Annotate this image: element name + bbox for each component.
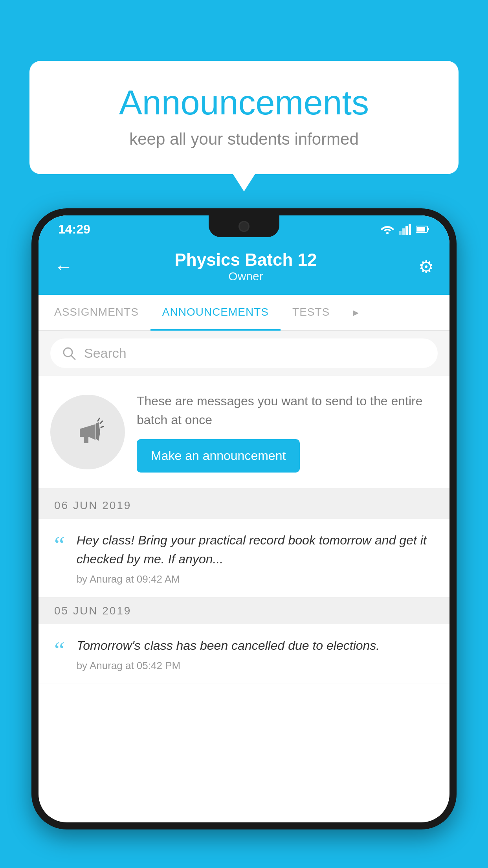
back-button[interactable]: ← [54, 256, 73, 278]
promo-section: These are messages you want to send to t… [39, 376, 449, 492]
tab-tests[interactable]: TESTS [281, 295, 341, 330]
svg-rect-1 [399, 231, 402, 235]
bubble-title: Announcements [57, 83, 431, 123]
announcement-item-2[interactable]: “ Tomorrow's class has been cancelled du… [39, 624, 449, 684]
speech-bubble-container: Announcements keep all your students inf… [29, 61, 459, 174]
search-placeholder: Search [84, 346, 127, 361]
signal-icon [399, 224, 411, 235]
tab-more[interactable]: ▸ [341, 295, 371, 330]
announcement-content-2: Tomorrow's class has been cancelled due … [77, 636, 434, 672]
make-announcement-button[interactable]: Make an announcement [137, 439, 300, 473]
svg-rect-6 [416, 227, 425, 232]
quote-icon-2: “ [54, 638, 65, 662]
header-title-section: Physics Batch 12 Owner [73, 250, 418, 283]
svg-rect-2 [402, 228, 405, 235]
phone-screen: 14:29 [39, 215, 449, 822]
tab-announcements[interactable]: ANNOUNCEMENTS [150, 295, 281, 330]
announcement-item-1[interactable]: “ Hey class! Bring your practical record… [39, 519, 449, 598]
svg-line-10 [98, 418, 99, 421]
date-header-1: 06 JUN 2019 [39, 492, 449, 519]
announcement-meta-2: by Anurag at 05:42 PM [77, 660, 434, 672]
announcement-content-1: Hey class! Bring your practical record b… [77, 531, 434, 585]
svg-rect-4 [409, 224, 411, 235]
svg-line-11 [100, 421, 103, 423]
quote-icon-1: “ [54, 533, 65, 556]
svg-line-12 [101, 427, 103, 427]
speech-bubble: Announcements keep all your students inf… [29, 61, 459, 174]
tabs-container: ASSIGNMENTS ANNOUNCEMENTS TESTS ▸ [39, 295, 449, 331]
date-header-2: 05 JUN 2019 [39, 598, 449, 624]
gear-icon[interactable]: ⚙ [418, 257, 434, 277]
svg-rect-3 [405, 226, 408, 235]
bubble-subtitle: keep all your students informed [57, 130, 431, 149]
svg-rect-7 [427, 228, 429, 230]
promo-right: These are messages you want to send to t… [137, 392, 438, 473]
battery-icon [416, 225, 430, 233]
announcement-meta-1: by Anurag at 09:42 AM [77, 573, 434, 585]
announcement-text-2: Tomorrow's class has been cancelled due … [77, 636, 434, 655]
announcement-text-1: Hey class! Bring your practical record b… [77, 531, 434, 568]
tab-assignments[interactable]: ASSIGNMENTS [42, 295, 150, 330]
status-time: 14:29 [58, 222, 90, 237]
svg-line-9 [71, 355, 75, 359]
promo-icon-circle [50, 395, 125, 469]
phone-notch [209, 215, 279, 237]
phone-outer: 14:29 [31, 208, 457, 829]
status-icons [380, 224, 430, 235]
promo-description: These are messages you want to send to t… [137, 392, 438, 429]
search-icon [62, 346, 76, 360]
batch-title: Physics Batch 12 [73, 250, 418, 270]
phone-camera [238, 221, 250, 232]
search-container: Search [39, 331, 449, 376]
search-box[interactable]: Search [50, 338, 438, 368]
app-header: ← Physics Batch 12 Owner ⚙ [39, 243, 449, 295]
svg-point-0 [386, 232, 389, 234]
wifi-icon [380, 224, 394, 235]
owner-label: Owner [73, 270, 418, 283]
phone-container: 14:29 [31, 208, 457, 868]
megaphone-icon [68, 412, 107, 452]
